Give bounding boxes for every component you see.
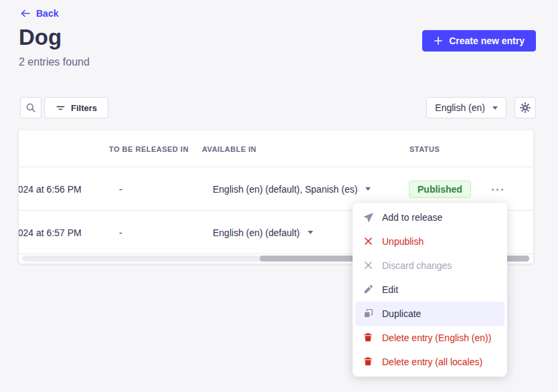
cross-icon [363,236,374,247]
updated-at-cell: 2024 at 6:56 PM [19,167,88,211]
menu-item-label: Unpublish [382,236,424,247]
available-in-value: English (en) (default), Spanish (es) [213,184,357,195]
create-new-entry-button[interactable]: Create new entry [422,30,536,52]
table-header-row: TO BE RELEASED IN AVAILABLE IN STATUS [19,130,533,167]
updated-at-cell: 2024 at 6:57 PM [19,211,88,254]
duplicate-icon [363,308,374,319]
available-in-cell: English (en) (default), Spanish (es) [213,167,371,211]
page-title: Dog [19,24,62,51]
menu-item-add-to-release[interactable]: Add to release [353,205,507,229]
menu-item-edit[interactable]: Edit [353,278,507,302]
status-badge: Published [409,181,471,198]
menu-item-discard-changes[interactable]: Discard changes [353,254,507,278]
chevron-down-icon [492,106,498,110]
toolbar: Filters English (en) [20,97,536,118]
to-be-released-in-cell: - [119,167,122,211]
trash-icon [363,357,374,367]
create-new-entry-label: Create new entry [449,35,525,46]
trash-icon [363,332,374,343]
row-actions-button[interactable] [487,181,507,197]
available-in-cell: English (en) (default) [213,211,313,254]
menu-item-label: Discard changes [382,260,452,271]
menu-item-label: Duplicate [382,308,421,319]
menu-item-label: Delete entry (all locales) [382,357,482,367]
locale-select-value: English (en) [435,102,485,113]
available-in-value: English (en) (default) [213,227,300,238]
back-link[interactable]: Back [20,8,58,19]
back-label: Back [36,8,58,19]
column-header-available-in: AVAILABLE IN [202,130,256,167]
menu-item-duplicate[interactable]: Duplicate [355,302,504,326]
search-button[interactable] [20,97,41,118]
menu-item-delete-entry-locale[interactable]: Delete entry (English (en)) [353,326,507,350]
menu-item-label: Edit [382,284,398,295]
entries-count: 2 entries found [19,56,90,68]
to-be-released-in-cell: - [119,211,122,254]
menu-item-label: Add to release [382,212,442,223]
menu-item-delete-entry-all-locales[interactable]: Delete entry (all locales) [353,350,507,374]
paper-plane-icon [363,212,374,223]
arrow-left-icon [20,8,31,19]
gear-icon [520,102,531,113]
menu-item-unpublish[interactable]: Unpublish [353,229,507,254]
column-header-status: STATUS [409,130,440,167]
plus-icon [434,36,443,45]
menu-item-label: Delete entry (English (en)) [382,332,491,343]
cross-icon [363,260,374,271]
locale-select[interactable]: English (en) [426,97,506,118]
filters-label: Filters [71,103,97,113]
filter-icon [56,103,66,113]
chevron-down-icon[interactable] [365,187,371,191]
pencil-icon [363,284,374,295]
search-icon [25,102,36,113]
row-actions-menu: Add to release Unpublish Discard changes… [353,203,507,377]
settings-button[interactable] [515,97,536,118]
chevron-down-icon[interactable] [308,231,313,234]
filters-button[interactable]: Filters [44,97,108,118]
column-header-to-be-released-in: TO BE RELEASED IN [109,130,189,167]
